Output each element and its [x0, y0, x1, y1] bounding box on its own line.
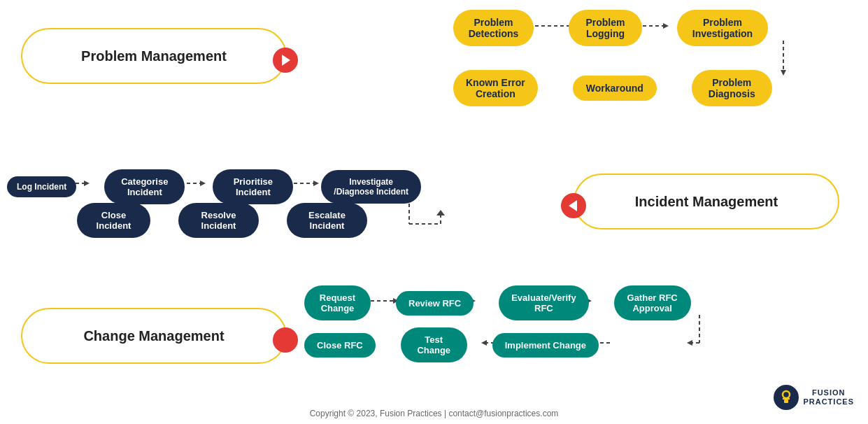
- fusion-icon: [776, 388, 796, 407]
- incident-row2: EscalateIncident ResolveIncident CloseIn…: [77, 203, 367, 238]
- change-management-arrow-button[interactable]: [273, 327, 298, 353]
- problem-management-arrow-button[interactable]: [273, 48, 298, 73]
- problem-diagnosis-node[interactable]: ProblemDiagnosis: [692, 70, 772, 106]
- change-management-box: Change Management: [21, 308, 287, 364]
- incident-management-label: Incident Management: [635, 194, 778, 210]
- incident-management-arrow-button[interactable]: [561, 193, 586, 218]
- categorise-incident-node[interactable]: CategoriseIncident: [104, 169, 185, 204]
- problem-management-box: Problem Management: [21, 28, 287, 84]
- svg-marker-21: [436, 210, 445, 215]
- resolve-incident-node[interactable]: ResolveIncident: [178, 203, 259, 238]
- svg-marker-7: [781, 70, 786, 76]
- logo-icon: [774, 385, 799, 410]
- known-error-creation-node[interactable]: Known ErrorCreation: [453, 70, 538, 106]
- svg-rect-42: [784, 400, 788, 403]
- footer: Copyright © 2023, Fusion Practices | con…: [0, 409, 868, 418]
- problem-management-label: Problem Management: [81, 48, 227, 64]
- escalate-incident-node[interactable]: EscalateIncident: [287, 203, 367, 238]
- pm-row1: ProblemDetections ProblemLogging Problem…: [453, 10, 768, 46]
- review-rfc-node[interactable]: Review RFC: [396, 291, 474, 316]
- problem-logging-node[interactable]: ProblemLogging: [569, 10, 642, 46]
- logo-text: FUSIONPRACTICES: [803, 388, 854, 407]
- pm-row2: ProblemDiagnosis Workaround Known ErrorC…: [453, 70, 772, 106]
- incident-row1: Log Incident CategoriseIncident Prioriti…: [7, 169, 421, 204]
- close-rfc-node[interactable]: Close RFC: [304, 333, 376, 358]
- gather-rfc-approval-node[interactable]: Gather RFCApproval: [614, 285, 691, 320]
- arrow-left-icon: [569, 200, 577, 211]
- arrow-right-icon: [282, 55, 290, 66]
- diagram-container: Problem Management ProblemDetections Pro…: [0, 0, 868, 424]
- close-incident-node[interactable]: CloseIncident: [77, 203, 150, 238]
- svg-marker-34: [687, 340, 692, 346]
- problem-investigation-node[interactable]: ProblemInvestigation: [677, 10, 768, 46]
- problem-detections-node[interactable]: ProblemDetections: [453, 10, 534, 46]
- prioritise-incident-node[interactable]: PrioritiseIncident: [213, 169, 293, 204]
- request-change-node[interactable]: RequestChange: [304, 285, 371, 320]
- test-change-node[interactable]: TestChange: [401, 327, 467, 362]
- logo: FUSIONPRACTICES: [774, 385, 854, 410]
- log-incident-node[interactable]: Log Incident: [7, 176, 76, 197]
- change-row2: Implement Change TestChange Close RFC: [304, 327, 599, 362]
- incident-management-box: Incident Management: [574, 174, 839, 229]
- svg-rect-41: [783, 398, 790, 400]
- implement-change-node[interactable]: Implement Change: [492, 333, 599, 358]
- evaluate-verify-rfc-node[interactable]: Evaluate/VerifyRFC: [499, 285, 589, 320]
- change-row1: RequestChange Review RFC Evaluate/Verify…: [304, 285, 691, 320]
- change-management-label: Change Management: [83, 328, 224, 344]
- footer-text: Copyright © 2023, Fusion Practices | con…: [310, 409, 559, 418]
- investigate-diagnose-node[interactable]: Investigate/Diagnose Incident: [321, 170, 421, 204]
- workaround-node[interactable]: Workaround: [573, 76, 657, 101]
